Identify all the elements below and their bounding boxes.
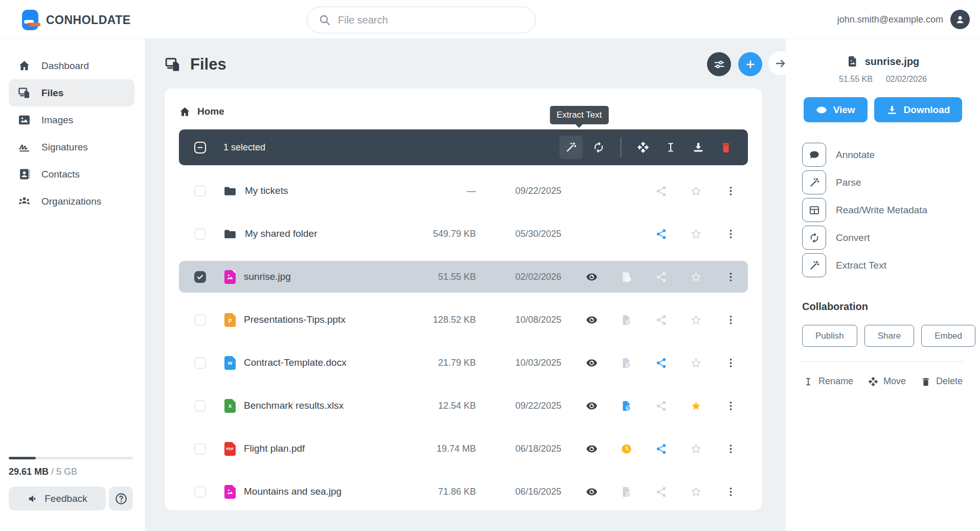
row-checkbox[interactable] (194, 271, 206, 283)
brand-logo[interactable]: CONHOLDATE (21, 9, 131, 31)
kebab-icon[interactable] (725, 314, 737, 326)
share-icon[interactable] (655, 228, 667, 240)
eye-icon[interactable] (586, 400, 598, 412)
file-row[interactable]: My shared folder549.79 KB05/30/2025 (179, 218, 748, 250)
row-checkbox[interactable] (194, 486, 206, 498)
delete-button[interactable] (714, 136, 738, 159)
row-checkbox[interactable] (194, 314, 206, 326)
file-check-icon[interactable] (621, 400, 632, 412)
star-icon[interactable] (690, 357, 702, 369)
slot-kebab (713, 218, 748, 250)
kebab-icon[interactable] (725, 443, 737, 455)
eye-icon[interactable] (586, 271, 598, 283)
share-icon[interactable] (655, 400, 667, 412)
publish-button[interactable]: Publish (802, 325, 857, 347)
kebab-icon[interactable] (725, 486, 737, 498)
download-button[interactable] (687, 136, 710, 159)
file-row[interactable]: My tickets—09/22/2025 (179, 175, 748, 207)
row-checkbox[interactable] (194, 185, 206, 197)
star-icon[interactable] (690, 271, 702, 283)
share-icon[interactable] (655, 271, 667, 283)
star-icon[interactable] (690, 486, 702, 498)
kebab-icon[interactable] (725, 185, 737, 197)
eye-icon[interactable] (586, 314, 598, 326)
files-card: Home Extract Text 1 selected My tickets—… (165, 88, 762, 511)
file-row[interactable]: Mountains and sea.jpg71.86 KB06/16/2025 (179, 476, 748, 507)
panel-action-extract-text[interactable]: Extract Text (802, 253, 964, 277)
file-check-icon[interactable] (621, 271, 632, 283)
view-options-button[interactable] (707, 52, 731, 76)
panel-action-parse[interactable]: Parse (802, 170, 964, 194)
collapse-panel-button[interactable] (768, 51, 792, 75)
panel-action-button[interactable] (802, 198, 826, 222)
row-checkbox[interactable] (194, 400, 206, 412)
help-button[interactable] (109, 486, 133, 511)
file-row[interactable]: sunrise.jpg51.55 KB02/02/2026 (179, 261, 748, 293)
file-row[interactable]: pPresentations-Tips.pptx128.52 KB10/08/2… (179, 304, 748, 336)
panel-action-read-write-metadata[interactable]: Read/Write Metadata (802, 198, 964, 222)
file-check-icon[interactable] (621, 314, 632, 326)
add-file-button[interactable] (738, 52, 762, 76)
kebab-icon[interactable] (725, 228, 737, 240)
rename-button[interactable] (659, 136, 682, 159)
panel-action-annotate[interactable]: Annotate (802, 143, 964, 167)
sidebar-item-dashboard[interactable]: Dashboard (9, 52, 134, 79)
row-checkbox[interactable] (194, 228, 206, 240)
move-button[interactable] (631, 136, 655, 159)
convert-button[interactable] (587, 136, 610, 159)
star-icon[interactable] (690, 228, 702, 240)
view-button[interactable]: View (804, 97, 868, 122)
file-check-icon[interactable] (621, 357, 632, 369)
file-row[interactable]: PDFFlight plan.pdf19.74 MB06/18/2025 (179, 433, 748, 464)
feedback-button[interactable]: Feedback (9, 486, 106, 511)
sidebar-item-signatures[interactable]: Signatures (9, 134, 134, 161)
eye-icon[interactable] (586, 443, 598, 455)
eye-icon[interactable] (586, 357, 598, 369)
download-file-button[interactable]: Download (874, 97, 963, 122)
rename-action[interactable]: Rename (803, 376, 853, 387)
panel-action-convert[interactable]: Convert (802, 226, 964, 250)
embed-button[interactable]: Embed (921, 325, 975, 347)
row-checkbox[interactable] (194, 443, 206, 455)
star-icon[interactable] (690, 443, 702, 455)
download-icon (692, 141, 704, 153)
file-row[interactable]: wContract-Template.docx21.79 KB10/03/202… (179, 347, 748, 379)
move-action[interactable]: Move (868, 376, 906, 387)
panel-action-button[interactable] (802, 143, 826, 167)
row-actions (574, 476, 748, 507)
star-icon[interactable] (690, 314, 702, 326)
star-icon[interactable] (690, 185, 702, 197)
search-bar (307, 7, 536, 33)
share-icon[interactable] (655, 314, 667, 326)
file-op-label: Rename (818, 376, 853, 387)
sidebar-item-images[interactable]: Images (9, 106, 134, 134)
share-icon[interactable] (655, 185, 667, 197)
row-checkbox[interactable] (194, 357, 206, 369)
sidebar-item-organizations[interactable]: Organizations (9, 188, 134, 215)
panel-action-button[interactable] (802, 226, 826, 250)
select-all-checkbox[interactable] (194, 142, 206, 153)
home-icon (179, 106, 191, 118)
sidebar-item-contacts[interactable]: Contacts (9, 161, 134, 188)
eye-icon[interactable] (586, 486, 598, 498)
share-button[interactable]: Share (864, 325, 914, 347)
avatar[interactable] (950, 10, 970, 29)
kebab-icon[interactable] (725, 357, 737, 369)
panel-action-button[interactable] (802, 170, 826, 194)
kebab-icon[interactable] (725, 400, 737, 412)
move-icon (637, 141, 649, 153)
share-icon[interactable] (655, 486, 667, 498)
sidebar-item-files[interactable]: Files (9, 79, 134, 106)
file-row[interactable]: xBenchmark results.xlsx12.54 KB09/22/202… (179, 390, 748, 422)
breadcrumb[interactable]: Home (179, 103, 748, 120)
search-input[interactable] (338, 14, 511, 26)
extract-text-button[interactable] (559, 136, 583, 159)
kebab-icon[interactable] (725, 271, 737, 283)
panel-action-button[interactable] (802, 253, 826, 277)
star-filled-icon[interactable] (690, 400, 702, 412)
delete-action[interactable]: Delete (921, 376, 963, 387)
share-icon[interactable] (655, 443, 667, 455)
search-filter-icon[interactable] (511, 13, 524, 27)
file-check-icon[interactable] (621, 486, 632, 498)
share-icon[interactable] (655, 357, 667, 369)
